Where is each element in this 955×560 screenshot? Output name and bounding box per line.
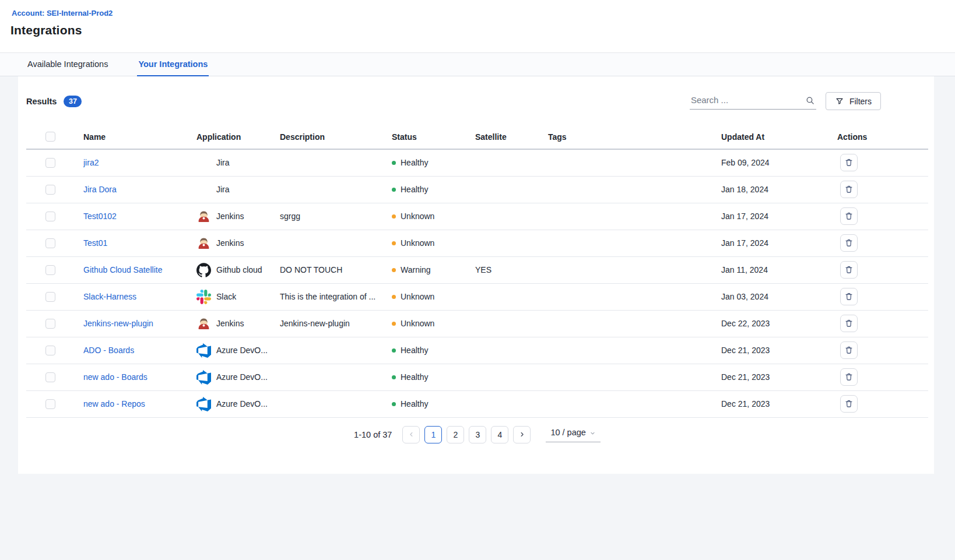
integration-name-link[interactable]: Github Cloud Satellite: [83, 265, 162, 274]
table-row: Github Cloud Satellite Github cloud DO N…: [26, 256, 928, 283]
pagination-prev-button[interactable]: [402, 426, 420, 443]
pagination-page-1[interactable]: 1: [424, 426, 442, 443]
tab-your-integrations[interactable]: Your Integrations: [137, 53, 209, 76]
delete-button[interactable]: [840, 341, 858, 359]
integration-name-link[interactable]: ADO - Boards: [83, 346, 134, 355]
jenkins-logo-icon: [196, 316, 211, 331]
status-label: Healthy: [401, 372, 428, 382]
application-label: Azure DevO...: [216, 399, 268, 408]
integration-name-link[interactable]: Test0102: [83, 212, 117, 221]
delete-button[interactable]: [840, 395, 858, 413]
pagination-page-2[interactable]: 2: [447, 426, 464, 443]
integration-name-link[interactable]: Jira Dora: [83, 185, 117, 194]
status-label: Unknown: [401, 212, 434, 221]
status-dot: [392, 161, 396, 165]
azure-devops-logo-icon: [196, 397, 211, 411]
updated-at-cell: Jan 17, 2024: [721, 230, 837, 256]
trash-icon: [844, 399, 854, 408]
delete-button[interactable]: [840, 368, 858, 386]
tags-cell: [548, 310, 721, 337]
integration-name-link[interactable]: new ado - Boards: [83, 372, 148, 382]
integration-name-link[interactable]: new ado - Repos: [83, 399, 145, 408]
status-dot: [392, 214, 396, 219]
row-checkbox[interactable]: [45, 265, 55, 275]
integration-name-link[interactable]: Test01: [83, 238, 107, 248]
chevron-left-icon: [408, 431, 415, 438]
satellite-cell: [471, 283, 548, 310]
azure-devops-logo-icon: [196, 343, 211, 358]
column-header-satellite: Satellite: [471, 125, 548, 149]
row-checkbox[interactable]: [45, 212, 55, 221]
pagination: 1-10 of 37 1 2 3 4 10 / page: [26, 426, 928, 443]
column-header-actions: Actions: [837, 125, 928, 149]
filter-funnel-icon: [835, 97, 844, 106]
satellite-cell: [471, 390, 548, 417]
github-logo-icon: [196, 263, 211, 277]
trash-icon: [844, 346, 854, 355]
page: Account: SEI-Internal-Prod2 Integrations…: [0, 0, 955, 474]
tags-cell: [548, 203, 721, 230]
delete-button[interactable]: [840, 315, 858, 332]
description-cell: Jenkins-new-plugin: [273, 310, 392, 337]
row-checkbox[interactable]: [45, 158, 55, 168]
application-label: Jira: [216, 185, 230, 194]
delete-button[interactable]: [840, 261, 858, 279]
table-row: Slack-Harness Slack This is the integrat…: [26, 283, 928, 310]
row-checkbox[interactable]: [45, 399, 55, 409]
integration-name-link[interactable]: Jenkins-new-plugin: [83, 319, 153, 328]
integration-name-link[interactable]: Slack-Harness: [83, 292, 136, 301]
application-label: Slack: [216, 292, 236, 301]
status-label: Healthy: [401, 158, 428, 167]
integration-name-link[interactable]: jira2: [83, 158, 99, 167]
trash-icon: [844, 292, 854, 301]
description-cell: sgrgg: [273, 203, 392, 230]
toolbar-right: Filters: [690, 92, 881, 110]
delete-button[interactable]: [840, 234, 858, 252]
row-checkbox[interactable]: [45, 346, 55, 355]
account-breadcrumb[interactable]: Account: SEI-Internal-Prod2: [12, 9, 113, 17]
delete-button[interactable]: [840, 154, 858, 171]
row-checkbox[interactable]: [45, 238, 55, 248]
trash-icon: [844, 265, 854, 274]
updated-at-cell: Jan 11, 2024: [721, 256, 837, 283]
page-size-select[interactable]: 10 / page: [546, 427, 600, 442]
tags-cell: [548, 230, 721, 256]
delete-button[interactable]: [840, 181, 858, 198]
status-label: Unknown: [401, 238, 434, 248]
tags-cell: [548, 176, 721, 203]
row-checkbox[interactable]: [45, 372, 55, 382]
pagination-next-button[interactable]: [513, 426, 531, 443]
select-all-checkbox[interactable]: [45, 132, 55, 142]
status-label: Unknown: [401, 292, 434, 301]
jira-logo-icon: [196, 182, 211, 197]
row-checkbox[interactable]: [45, 292, 55, 302]
status-label: Healthy: [401, 399, 428, 408]
delete-button[interactable]: [840, 288, 858, 305]
pagination-page-3[interactable]: 3: [469, 426, 486, 443]
description-cell: [273, 149, 392, 176]
table-row: Jenkins-new-plugin Jenkins Jenkins-new-p…: [26, 310, 928, 337]
status-dot: [392, 241, 396, 245]
your-integrations-panel: Results 37 Filters: [18, 76, 934, 474]
application-label: Jenkins: [216, 238, 244, 248]
pagination-page-4[interactable]: 4: [491, 426, 508, 443]
search-input[interactable]: [690, 93, 816, 110]
chevron-right-icon: [518, 431, 526, 438]
status-label: Healthy: [401, 185, 428, 194]
row-checkbox[interactable]: [45, 319, 55, 329]
trash-icon: [844, 158, 854, 167]
filters-button[interactable]: Filters: [826, 92, 881, 110]
page-header: Account: SEI-Internal-Prod2 Integrations: [0, 0, 955, 53]
satellite-cell: [471, 337, 548, 364]
tags-cell: [548, 337, 721, 364]
jenkins-logo-icon: [196, 236, 211, 251]
row-checkbox[interactable]: [45, 185, 55, 195]
application-label: Github cloud: [216, 265, 262, 274]
column-header-status: Status: [392, 125, 471, 149]
status-dot: [392, 295, 396, 299]
status-dot: [392, 322, 396, 326]
delete-button[interactable]: [840, 207, 858, 225]
slack-logo-icon: [196, 290, 211, 304]
results-label: Results: [26, 97, 57, 106]
tab-available-integrations[interactable]: Available Integrations: [26, 53, 109, 76]
